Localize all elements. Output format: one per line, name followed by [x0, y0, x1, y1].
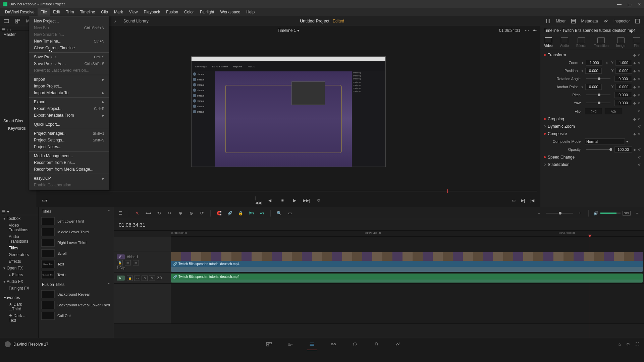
viewer-options-icon[interactable]: ⋯ — [525, 28, 529, 33]
file-menu-item[interactable]: Export Project...Ctrl+E — [29, 105, 109, 112]
file-menu-item[interactable]: Save Project As...Ctrl+Shift+S — [29, 60, 109, 67]
reset-icon[interactable]: ↺ — [638, 61, 641, 65]
inspector-tab-effects[interactable]: Effects — [576, 37, 586, 48]
file-menu-item[interactable]: Quick Export... — [29, 121, 109, 128]
fusion-title-item[interactable]: Call Out — [39, 310, 114, 321]
pos-y-input[interactable]: 0.000 — [615, 68, 632, 74]
sound-library-label[interactable]: Sound Library — [123, 19, 149, 23]
file-menu-item[interactable]: Media Management... — [29, 153, 109, 159]
expand-icon[interactable]: ⛶ — [635, 342, 639, 347]
timeline-name[interactable]: Timeline 1 ▾ — [77, 28, 499, 33]
menu-playback[interactable]: Playback — [141, 8, 163, 16]
mixer-icon[interactable] — [545, 18, 551, 24]
tree-titles[interactable]: Titles — [0, 245, 38, 251]
zoom-in-icon[interactable]: + — [576, 209, 584, 217]
menu-color[interactable]: Color — [181, 8, 197, 16]
viewer-menu-icon[interactable]: ••• — [532, 28, 537, 33]
expand-icon[interactable] — [635, 18, 641, 24]
reset-icon[interactable]: ↺ — [638, 53, 641, 57]
chevron-down-icon[interactable]: ▾ — [626, 139, 628, 144]
page-media-icon[interactable] — [264, 341, 274, 348]
volume-control[interactable]: 🔊 DIM — [593, 211, 631, 216]
gear-icon[interactable]: ⚙ — [626, 342, 630, 347]
title-item[interactable]: Basic TitleText — [39, 259, 114, 269]
home-icon[interactable]: ⌂ — [619, 342, 621, 347]
menu-trim[interactable]: Trim — [63, 8, 77, 16]
auto-select-icon[interactable]: ▭ — [125, 260, 131, 265]
opacity-slider[interactable] — [586, 149, 610, 150]
yaw-input[interactable]: 0.000 — [614, 100, 632, 106]
tree-filters[interactable]: Filters — [0, 272, 38, 278]
keyframe-icon[interactable]: ◆ — [633, 61, 636, 65]
titles-header[interactable]: Titles⌃ — [39, 207, 114, 216]
lock-track-icon[interactable]: 🔒 — [117, 260, 123, 265]
zoom-x-input[interactable]: 1.000 — [586, 60, 602, 66]
fusion-titles-header[interactable]: Fusion Titles⌃ — [39, 280, 114, 289]
anc-y-input[interactable]: 0.000 — [615, 84, 632, 90]
video-track-head[interactable]: V1Video 1 🔒▭▭ 1 Clip — [114, 251, 171, 273]
dynamic-trim-icon[interactable]: ⟲ — [155, 209, 163, 217]
page-fairlight-icon[interactable] — [372, 341, 381, 348]
tree-openfx[interactable]: Open FX — [0, 265, 38, 272]
file-menu-item[interactable]: Import▸ — [29, 76, 109, 83]
file-menu-item[interactable]: Project Manager...Shift+1 — [29, 130, 109, 137]
file-menu-item[interactable]: Export▸ — [29, 99, 109, 105]
inspector-tab-file[interactable]: File — [633, 37, 640, 48]
tree-audiofx[interactable]: Audio FX — [0, 278, 38, 285]
tree-generators[interactable]: Generators — [0, 251, 38, 258]
fav-item-1[interactable]: ★ Dark ...Third — [0, 301, 38, 312]
replace-icon[interactable]: ⟳ — [198, 209, 206, 217]
composite-mode-select[interactable]: Normal — [585, 138, 625, 144]
zoom-out-icon[interactable]: − — [535, 209, 543, 217]
opacity-input[interactable]: 100.00 — [614, 146, 632, 153]
pos-x-input[interactable]: 0.000 — [585, 68, 602, 74]
title-item[interactable]: Right Lower Third — [39, 237, 114, 248]
menu-fairlight[interactable]: Fairlight — [197, 8, 217, 16]
overwrite-icon[interactable]: ⊖ — [187, 209, 195, 217]
tv-icon[interactable]: ▭ — [286, 209, 293, 217]
pitch-input[interactable]: 0.000 — [614, 92, 632, 98]
lock-icon[interactable]: 🔒 — [237, 209, 244, 217]
tree-effects[interactable]: Effects — [0, 258, 38, 265]
speaker-icon[interactable]: 🔊 — [593, 211, 598, 216]
inspector-icon[interactable] — [603, 18, 609, 24]
zoom-slider[interactable] — [546, 213, 573, 214]
menu-fusion[interactable]: Fusion — [163, 8, 181, 16]
avatar-icon[interactable] — [5, 341, 11, 347]
back-icon[interactable]: ‹ — [7, 27, 8, 32]
file-menu-item[interactable]: easyDCP▸ — [29, 175, 109, 182]
timeline-timecode[interactable]: 01:06:34:31 — [114, 219, 644, 231]
preview-frame[interactable]: Du FolgstDurchsuchenEsportsMusik streams… — [191, 56, 386, 167]
composite-section[interactable]: Composite◆↺ — [540, 130, 644, 137]
menu-clip[interactable]: Clip — [98, 8, 111, 16]
file-menu-item[interactable]: Import Project... — [29, 83, 109, 89]
flag-icon[interactable]: ⚑▾ — [248, 209, 255, 217]
title-item[interactable]: Custom TitleText+ — [39, 269, 114, 280]
inspector-label[interactable]: Inspector — [613, 19, 630, 23]
flip-v-button[interactable]: ▽△ — [605, 108, 622, 114]
menu-file[interactable]: File — [38, 8, 50, 16]
prev-frame-icon[interactable]: ◀| — [267, 197, 273, 203]
playhead[interactable] — [590, 237, 590, 338]
file-menu-item[interactable]: Project Notes... — [29, 143, 109, 150]
file-menu-item[interactable]: Export Metadata From▸ — [29, 112, 109, 119]
menu-view[interactable]: View — [126, 8, 141, 16]
menu-edit[interactable]: Edit — [50, 8, 63, 16]
fusion-title-item[interactable]: Background Reveal — [39, 289, 114, 300]
video-clip[interactable]: 🔗Twitch Bits spenden tutorial deutsch.mp… — [171, 252, 643, 272]
flip-h-button[interactable]: ▷◁ — [585, 108, 602, 114]
page-edit-icon[interactable] — [307, 341, 317, 348]
mixer-label[interactable]: Mixer — [556, 19, 566, 23]
go-last-icon[interactable]: ▶| — [520, 197, 526, 203]
match-frame-icon[interactable]: ▭ — [511, 197, 517, 203]
close-icon[interactable]: ✕ — [638, 2, 641, 7]
yaw-slider[interactable] — [586, 103, 610, 103]
minimize-icon[interactable]: — — [617, 2, 622, 7]
fusion-title-item[interactable]: Background Reveal Lower Third — [39, 300, 114, 310]
file-menu-item[interactable]: Reconform from Media Storage... — [29, 166, 109, 173]
file-menu-item[interactable]: Project Settings...Shift+9 — [29, 137, 109, 143]
arm-icon[interactable]: ▭ — [134, 276, 140, 281]
file-menu-item[interactable]: Save ProjectCtrl+S — [29, 54, 109, 60]
link-icon[interactable]: 🔗 — [226, 209, 233, 217]
mute-button[interactable]: M — [149, 276, 155, 281]
